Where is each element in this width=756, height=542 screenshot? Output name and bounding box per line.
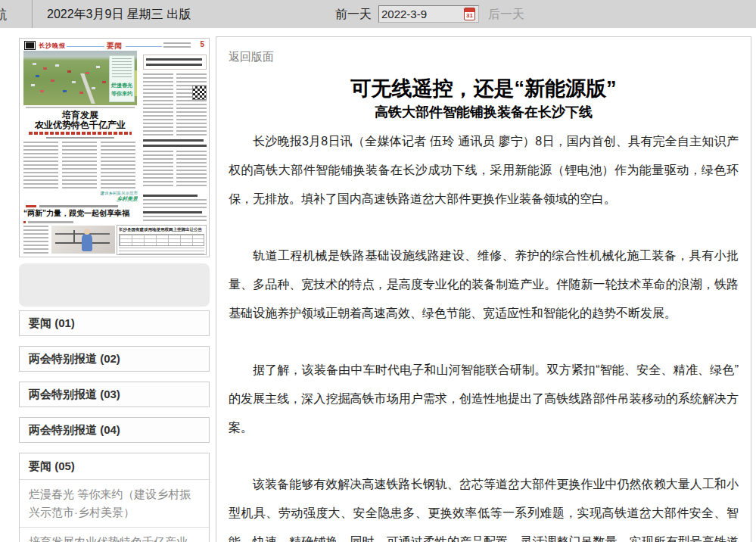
sidebar-section-yaowen-05[interactable]: 要闻 (05)	[20, 453, 209, 479]
right-column-headline	[143, 211, 202, 213]
second-headline: “两新”力量，跟党一起创享幸福	[23, 209, 138, 218]
kicker-mark	[26, 205, 36, 207]
thumbnail-footer-panel	[19, 263, 210, 307]
right-column-headline	[143, 145, 207, 147]
calendar-icon[interactable]: 31	[464, 8, 475, 20]
worker-photo	[51, 226, 115, 254]
text-column	[176, 73, 207, 136]
previous-day-button[interactable]: 前一天	[335, 7, 372, 23]
next-day-button[interactable]: 后一天	[488, 7, 524, 23]
right-column-headline-box	[143, 55, 207, 70]
text-column	[143, 199, 207, 208]
photo-text-badge: 烂漫春光 等你来约	[109, 55, 135, 102]
date-picker[interactable]: 31	[378, 5, 479, 23]
publish-date-label: 2022年3月9日 星期三 出版	[47, 7, 191, 23]
photo-caption-line	[26, 107, 135, 108]
bullet-line	[28, 221, 73, 223]
land-notice-block: 长沙县国有建设用地使用权网上挂牌出让公告	[117, 225, 207, 255]
text-column	[23, 226, 48, 256]
deck-line	[46, 137, 114, 139]
masthead-page-number: 5	[200, 40, 204, 48]
sidebar-section-yaowen-05-group: 要闻 (05) 烂漫春光 等你来约（建设乡村振兴示范市·乡村美景） 培育发展农业…	[19, 453, 210, 542]
text-column	[62, 142, 97, 188]
text-column	[143, 216, 207, 223]
sidebar-section-lianghui-02[interactable]: 两会特别报道 (02)	[19, 346, 210, 372]
article-link[interactable]: 烂漫春光 等你来约（建设乡村振兴示范市·乡村美景）	[20, 479, 209, 527]
sidebar-section-lianghui-04[interactable]: 两会特别报道 (04)	[19, 417, 210, 443]
clipped-nav-label: 航	[0, 6, 7, 23]
right-column-headline	[143, 195, 198, 197]
masthead-rule-right	[126, 46, 162, 47]
article-subtitle: 高铁大部件智能铺换装备在长沙下线	[229, 103, 739, 121]
article-paragraph: 据了解，该装备由中车时代电子和山河智能联合研制。双方紧扣“智能、安全、精准、绿色…	[229, 356, 739, 442]
page-thumbnail[interactable]: 长沙晚报 要闻 5 烂漫春光 等你来约 培育发展 农业优势特色千亿产业	[19, 38, 210, 257]
qr-code	[192, 86, 207, 100]
article-paragraph: 长沙晚报3月8日讯（全媒体记者 伍玲 通讯员 廖宁）8日，国内首创、具有完全自主…	[229, 127, 739, 213]
right-column-headline	[143, 139, 204, 142]
kicker-line	[39, 205, 118, 207]
red-subheadline-line	[29, 132, 132, 135]
article-link[interactable]: 培育发展农业优势特色千亿产业	[20, 527, 209, 542]
series-badge: 建设乡村振兴示范市 乡村美景	[94, 191, 138, 204]
article-paragraph: 轨道工程机械是铁路基础设施线路建设、维修、养护的综合性机械化施工装备，具有小批量…	[229, 241, 739, 328]
text-column	[176, 151, 207, 188]
notice-table	[119, 234, 204, 246]
text-column	[23, 142, 58, 188]
article-paragraph: 该装备能够有效解决高速铁路长钢轨、岔芯等道岔大部件更换作业中仍然依赖大量人工和小…	[229, 470, 739, 542]
article-panel: 返回版面 可无线遥控，还是“新能源版” 高铁大部件智能铺换装备在长沙下线 长沙晚…	[216, 36, 751, 542]
text-column	[143, 151, 173, 188]
sidebar-section-lianghui-03[interactable]: 两会特别报道 (03)	[19, 382, 210, 407]
date-input[interactable]	[381, 7, 457, 21]
notice-text	[119, 248, 204, 254]
worker-figure	[82, 233, 92, 251]
article-title: 可无线遥控，还是“新能源版”	[229, 76, 739, 101]
red-bullet	[23, 221, 26, 223]
masthead-meta-lines	[163, 42, 191, 44]
sidebar-section-yaowen-01[interactable]: 要闻 (01)	[19, 310, 210, 336]
article-body: 长沙晚报3月8日讯（全媒体记者 伍玲 通讯员 廖宁）8日，国内首创、具有完全自主…	[229, 127, 739, 542]
top-toolbar: 航 2022年3月9日 星期三 出版 前一天 31 后一天	[0, 0, 756, 28]
text-column	[101, 142, 135, 188]
sidebar: 长沙晚报 要闻 5 烂漫春光 等你来约 培育发展 农业优势特色千亿产业	[19, 38, 210, 542]
masthead-rule-left	[67, 46, 104, 47]
toolbar-divider	[32, 0, 33, 28]
back-to-page-link[interactable]: 返回版面	[229, 50, 274, 64]
text-column	[143, 73, 173, 136]
badge-text-lines	[112, 58, 132, 78]
thumbnail-headline: 培育发展 农业优势特色千亿产业	[23, 111, 137, 130]
village-roofs	[23, 51, 27, 53]
